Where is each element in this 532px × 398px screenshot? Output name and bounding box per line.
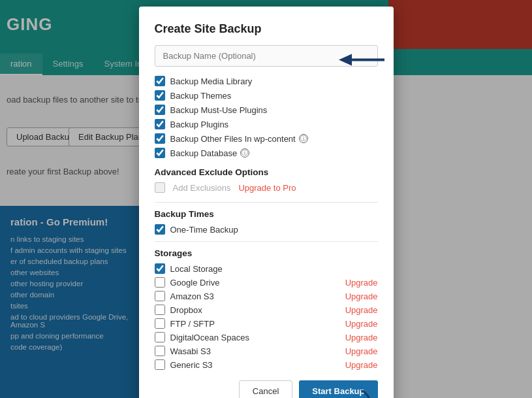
storage-wasabi-upgrade[interactable]: Upgrade	[345, 346, 378, 356]
checkbox-database: Backup Database ⓘ	[155, 148, 378, 158]
divider-1	[155, 202, 378, 203]
storage-dropbox: Dropbox Upgrade	[155, 305, 378, 315]
checkbox-media-library: Backup Media Library	[155, 76, 378, 86]
storage-google-drive-checkbox[interactable]	[155, 277, 165, 288]
storage-generic-s3-label: Generic S3	[170, 360, 340, 370]
checkbox-one-time-backup: One-Time Backup	[155, 224, 378, 235]
backup-name-container	[155, 45, 378, 76]
backup-times-heading: Backup Times	[155, 209, 378, 219]
checkbox-must-use-plugins-label: Backup Must-Use Plugins	[170, 105, 268, 115]
advanced-exclude-section: Advanced Exclude Options Add Exclusions …	[155, 167, 378, 193]
storage-dropbox-label: Dropbox	[170, 305, 340, 315]
add-exclusions-label: Add Exclusions	[173, 183, 231, 193]
storage-generic-s3-checkbox[interactable]	[155, 359, 165, 370]
storage-amazon-s3-checkbox[interactable]	[155, 291, 165, 301]
storage-digitalocean: DigitalOcean Spaces Upgrade	[155, 332, 378, 342]
checkbox-themes-label: Backup Themes	[170, 91, 232, 101]
storage-digitalocean-upgrade[interactable]: Upgrade	[345, 333, 378, 342]
storage-ftp-sftp-checkbox[interactable]	[155, 318, 165, 329]
checkbox-other-files-input[interactable]	[155, 133, 165, 144]
info-icon-database[interactable]: ⓘ	[240, 148, 249, 158]
storage-digitalocean-label: DigitalOcean Spaces	[170, 333, 340, 342]
storage-google-drive: Google Drive Upgrade	[155, 277, 378, 288]
modal-footer: Cancel Start Backup	[155, 380, 378, 398]
checkbox-other-files: Backup Other Files In wp-content ⓘ	[155, 133, 378, 144]
storage-amazon-s3-upgrade[interactable]: Upgrade	[345, 291, 378, 301]
disabled-checkbox-exclusions	[155, 182, 165, 193]
info-icon-other-files[interactable]: ⓘ	[299, 134, 308, 143]
storage-wasabi-checkbox[interactable]	[155, 346, 165, 356]
storage-local-checkbox[interactable]	[155, 263, 165, 274]
storages-heading: Storages	[155, 248, 378, 258]
checkbox-media-library-label: Backup Media Library	[170, 76, 253, 86]
divider-2	[155, 241, 378, 242]
storage-local: Local Storage	[155, 263, 378, 274]
start-backup-arrow	[332, 390, 371, 398]
storage-ftp-sftp-label: FTP / SFTP	[170, 319, 340, 329]
storages-section: Storages Local Storage Google Drive Upgr…	[155, 248, 378, 370]
checkbox-plugins: Backup Plugins	[155, 119, 378, 129]
backup-options-group: Backup Media Library Backup Themes Backu…	[155, 76, 378, 158]
modal-title: Create Site Backup	[155, 22, 378, 36]
storage-generic-s3-upgrade[interactable]: Upgrade	[345, 360, 378, 370]
storage-amazon-s3: Amazon S3 Upgrade	[155, 291, 378, 301]
svg-marker-0	[339, 54, 384, 65]
storage-local-label: Local Storage	[170, 264, 378, 274]
cancel-button[interactable]: Cancel	[239, 380, 292, 398]
create-backup-modal: Create Site Backup Backup Media Library …	[139, 7, 394, 398]
add-exclusions-row: Add Exclusions Upgrade to Pro	[155, 182, 378, 193]
storage-dropbox-checkbox[interactable]	[155, 305, 165, 315]
checkbox-plugins-input[interactable]	[155, 119, 165, 129]
checkbox-themes: Backup Themes	[155, 90, 378, 101]
checkbox-must-use-plugins-input[interactable]	[155, 105, 165, 115]
checkbox-other-files-label: Backup Other Files In wp-content ⓘ	[170, 134, 308, 144]
storage-generic-s3: Generic S3 Upgrade	[155, 359, 378, 370]
checkbox-plugins-label: Backup Plugins	[170, 120, 229, 129]
storage-google-drive-label: Google Drive	[170, 278, 340, 288]
checkbox-must-use-plugins: Backup Must-Use Plugins	[155, 105, 378, 115]
modal-overlay: Create Site Backup Backup Media Library …	[0, 0, 532, 398]
advanced-heading: Advanced Exclude Options	[155, 167, 378, 177]
checkbox-one-time-backup-input[interactable]	[155, 224, 165, 235]
storage-dropbox-upgrade[interactable]: Upgrade	[345, 305, 378, 315]
checkbox-media-library-input[interactable]	[155, 76, 165, 86]
checkbox-one-time-backup-label: One-Time Backup	[170, 225, 238, 235]
storage-ftp-sftp: FTP / SFTP Upgrade	[155, 318, 378, 329]
storage-ftp-sftp-upgrade[interactable]: Upgrade	[345, 319, 378, 329]
checkbox-themes-input[interactable]	[155, 90, 165, 101]
storage-wasabi-label: Wasabi S3	[170, 346, 340, 356]
input-arrow	[339, 52, 384, 69]
checkbox-database-input[interactable]	[155, 148, 165, 158]
upgrade-to-pro-link[interactable]: Upgrade to Pro	[238, 183, 296, 193]
backup-times-section: Backup Times One-Time Backup	[155, 209, 378, 235]
checkbox-database-label: Backup Database ⓘ	[170, 148, 250, 158]
storage-wasabi: Wasabi S3 Upgrade	[155, 346, 378, 356]
storage-amazon-s3-label: Amazon S3	[170, 291, 340, 301]
storage-digitalocean-checkbox[interactable]	[155, 332, 165, 342]
storage-google-drive-upgrade[interactable]: Upgrade	[345, 278, 378, 288]
